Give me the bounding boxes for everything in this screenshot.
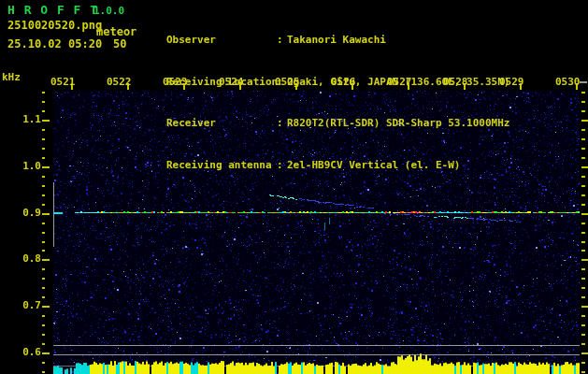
- time-tick-label: 0521: [50, 77, 77, 87]
- time-tick-label: 0527: [387, 77, 413, 87]
- observation-info: Observer:Takanori Kawachi Receiving Loca…: [166, 5, 509, 201]
- freq-tick-label: 1.0: [4, 161, 41, 171]
- info-colon: :: [277, 118, 287, 130]
- info-colon: :: [277, 35, 287, 47]
- freq-tick-label: 1.1: [4, 114, 41, 124]
- info-colon: :: [277, 160, 287, 172]
- app-version: 1.0.0: [93, 6, 124, 16]
- info-row-observer: Observer:Takanori Kawachi: [166, 35, 509, 47]
- output-filename: 2510020520.png: [7, 20, 102, 31]
- time-tick-label: 0526: [331, 77, 357, 87]
- count-value: 50: [113, 38, 126, 50]
- freq-tick-label: 0.6: [4, 347, 41, 357]
- freq-axis-unit: kHz: [2, 72, 21, 82]
- freq-tick-label: 0.7: [4, 300, 41, 310]
- freq-tick-label: 0.9: [4, 208, 41, 218]
- time-tick-label: 0522: [107, 77, 133, 87]
- info-row-receiver: Receiver:R820T2(RTL-SDR) SDR-Sharp 53.10…: [166, 118, 509, 130]
- freq-tick-label: 0.8: [4, 253, 41, 264]
- info-label: Receiver: [166, 118, 277, 130]
- time-tick-label: 0525: [275, 77, 301, 87]
- info-value: Takanori Kawachi: [287, 35, 386, 47]
- mode-label: meteor: [96, 26, 136, 37]
- app-title: H R O F F T: [7, 4, 98, 16]
- time-tick-label: 0529: [499, 77, 525, 87]
- info-label: Observer: [166, 35, 277, 47]
- info-label: Receiving antenna: [166, 160, 277, 172]
- info-row-antenna: Receiving antenna:2el-HB9CV Vertical (el…: [166, 160, 509, 172]
- time-tick-label: 0530: [555, 77, 581, 87]
- time-tick-label: 0524: [219, 77, 245, 87]
- time-tick-label: 0528: [443, 77, 469, 87]
- hrofft-window: H R O F F T 1.0.0 2510020520.png meteor …: [0, 0, 588, 374]
- info-value: R820T2(RTL-SDR) SDR-Sharp 53.1000MHz: [287, 118, 509, 130]
- time-tick-label: 0523: [163, 77, 189, 87]
- info-value: 2el-HB9CV Vertical (el. E-W): [287, 160, 460, 172]
- observation-timestamp: 25.10.02 05:20: [7, 38, 102, 50]
